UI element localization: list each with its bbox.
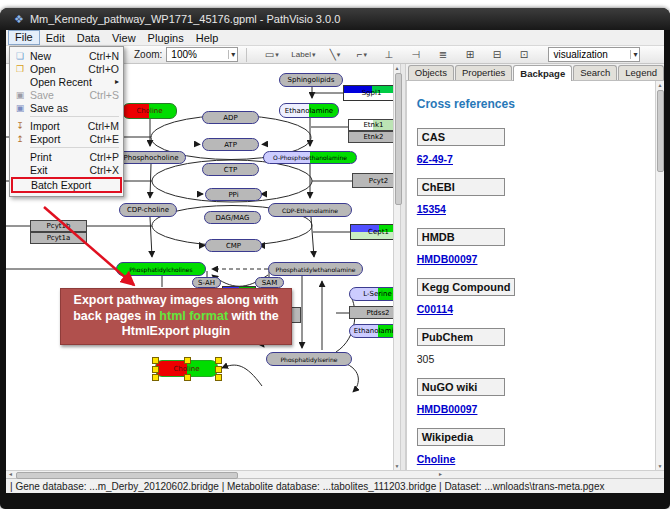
scroll-down-icon[interactable]: ▼ [656, 463, 664, 469]
pathway-node-cept1[interactable]: Cept1 [350, 224, 393, 240]
pathway-node-phosphocholine[interactable]: Phosphocholine [116, 151, 186, 164]
annotation-highlight: html format [159, 309, 228, 323]
pathway-node-cdp-choline[interactable]: CDP-choline [119, 203, 177, 217]
scroll-down-icon[interactable]: ▼ [394, 463, 400, 469]
scroll-up-icon[interactable]: ▲ [394, 65, 400, 71]
menu-item-label: Batch Export [31, 179, 108, 191]
selection-handle[interactable] [152, 357, 159, 364]
pathway-node-cdp-ethanolamine[interactable]: CDP-Ethanolamine [268, 203, 352, 217]
import-icon: ↧ [12, 121, 28, 131]
canvas-horizontal-scrollbar[interactable]: ◄ ► [6, 470, 445, 478]
zoom-combobox[interactable]: 100% ▾ [166, 47, 238, 62]
pathway-node-adp[interactable]: ADP [202, 111, 259, 124]
file-menu-item-batch-export[interactable]: Batch Export [11, 177, 122, 193]
pathway-node-ethanolamine[interactable]: Ethanolamine [279, 103, 339, 118]
title-bar[interactable]: ❖ Mm_Kennedy_pathway_WP1771_45176.gpml -… [0, 8, 670, 30]
pathway-node-etnk1[interactable]: Etnk1 [348, 119, 393, 131]
menu-help[interactable]: Help [190, 31, 225, 45]
pathway-node-sam[interactable]: SAM [255, 277, 284, 288]
selection-handle[interactable] [152, 366, 159, 373]
file-menu-item-import[interactable]: ↧ImportCtrl+M [10, 119, 123, 132]
tab-search[interactable]: Search [573, 65, 617, 80]
visualization-combobox[interactable]: visualization ▾ [548, 47, 640, 62]
submenu-arrow-icon: ▸ [115, 77, 119, 86]
selection-handle[interactable] [184, 357, 191, 364]
pathway-node-ptdss2[interactable]: Ptdss2 [349, 306, 393, 319]
menu-plugins[interactable]: Plugins [142, 31, 190, 45]
tab-legend[interactable]: Legend [618, 65, 664, 80]
file-menu-item-print[interactable]: PrintCtrl+P [10, 150, 123, 163]
menu-edit[interactable]: Edit [40, 31, 71, 45]
pathway-node-phosphatidylethanolamine[interactable]: Phosphatidylethanolamine [268, 262, 363, 276]
pathway-node-sgpl1[interactable]: Sgpl1 [343, 85, 393, 101]
tab-properties[interactable]: Properties [455, 65, 512, 80]
menu-data[interactable]: Data [71, 31, 106, 45]
file-menu-item-save[interactable]: ▣SaveCtrl+S [10, 88, 123, 101]
pathway-node-etnk2[interactable]: Etnk2 [348, 131, 393, 143]
pathway-node-l-serine[interactable]: L-Serine [349, 287, 393, 301]
line-tool-button[interactable]: ╲▾ [324, 46, 345, 63]
menu-file[interactable]: File [8, 30, 40, 45]
file-menu-item-open-recent[interactable]: Open Recent▸ [10, 75, 123, 88]
panel-vertical-scrollbar[interactable]: ▲ ▼ [655, 81, 664, 470]
stack-horizontal-button[interactable]: ⊡ [513, 46, 534, 63]
file-menu-item-export[interactable]: ↥ExportCtrl+E [10, 132, 123, 145]
xref-link-cas[interactable]: 62-49-7 [417, 153, 453, 165]
xref-header-hmdb: HMDB [417, 228, 505, 246]
open-folder-icon: ❐ [12, 64, 28, 74]
scroll-up-icon[interactable]: ▲ [656, 82, 664, 88]
file-menu-item-new[interactable]: ❏NewCtrl+N [10, 49, 123, 62]
pathway-node-pcyt1b[interactable]: Pcyt1b [30, 220, 87, 232]
menu-item-shortcut: Ctrl+P [90, 151, 119, 163]
selection-handle[interactable] [152, 374, 159, 381]
distribute-vertical-button[interactable]: ⊞ [459, 46, 480, 63]
pathway-node-dag-mag[interactable]: DAG/MAG [204, 211, 261, 224]
label-template-button[interactable]: Label▾ [288, 46, 318, 63]
pathway-node-cmp[interactable]: CMP [205, 239, 262, 252]
xref-link-chebi[interactable]: 15354 [417, 203, 446, 215]
selection-handle[interactable] [215, 374, 222, 381]
selection-handle[interactable] [215, 366, 222, 373]
pathway-node-ppi[interactable]: PPi [205, 188, 262, 201]
file-menu-item-open[interactable]: ❐OpenCtrl+O [10, 62, 123, 75]
tab-objects[interactable]: Objects [408, 65, 454, 80]
visualization-value: visualization [553, 49, 607, 60]
pathway-node-o-phosphoethanolamine[interactable]: O-Phosphoethanolamine [263, 151, 357, 164]
xref-link-wikipedia[interactable]: Choline [417, 453, 456, 465]
datanode-template-button[interactable]: ▭▾ [261, 46, 282, 63]
pathway-node-phosphatidylserine[interactable]: Phosphatidylserine [266, 352, 352, 366]
pathway-node-choline[interactable]: Choline [122, 103, 177, 119]
scrollbar-thumb[interactable] [657, 90, 664, 172]
pathway-node-sphingolipids[interactable]: Sphingolipids [279, 73, 343, 87]
stack-vertical-button[interactable]: ⊟ [486, 46, 507, 63]
selection-handle[interactable] [215, 357, 222, 364]
distribute-horizontal-button[interactable]: ≣ [432, 46, 453, 63]
align-center-x-button[interactable]: ⊥ [378, 46, 399, 63]
pathway-node-pcyt1a[interactable]: Pcyt1a [30, 232, 87, 244]
xref-link-nugo-wiki[interactable]: HMDB00097 [417, 403, 478, 415]
pathway-node-phosphatidylcholines[interactable]: Phosphatidylcholines [116, 262, 206, 276]
scrollbar-thumb[interactable] [395, 73, 402, 205]
scroll-right-icon[interactable]: ► [438, 471, 443, 478]
pathway-node-atp[interactable]: ATP [202, 138, 259, 151]
menu-view[interactable]: View [106, 31, 142, 45]
pathway-node-ctp[interactable]: CTP [202, 163, 259, 176]
stack-horizontal-button-icon: ⊡ [520, 49, 528, 60]
xref-value-kegg-compound: C00114 [417, 303, 655, 315]
scrollbar-thumb[interactable] [16, 472, 238, 479]
align-center-y-button[interactable]: ⊣ [405, 46, 426, 63]
pathway-node-s-ah[interactable]: S-AH [192, 277, 221, 288]
xref-link-hmdb[interactable]: HMDB00097 [417, 253, 478, 265]
chevron-down-icon: ▾ [312, 51, 316, 59]
connector-tool-button[interactable]: ⌐▾ [351, 46, 372, 63]
file-menu-item-exit[interactable]: ExitCtrl+X [10, 163, 123, 176]
tab-backpage[interactable]: Backpage [513, 65, 572, 81]
menu-item-label: Open [30, 63, 80, 75]
xref-link-kegg-compound[interactable]: C00114 [417, 303, 453, 315]
scroll-left-icon[interactable]: ◄ [8, 471, 13, 478]
canvas-vertical-scrollbar[interactable]: ▲ ▼ [393, 64, 400, 470]
file-menu-item-save-as[interactable]: ▣Save as [10, 101, 123, 114]
pathway-node-ethanolamine[interactable]: Ethanolamine [349, 324, 393, 338]
pathway-node-pcyt2[interactable]: Pcyt2 [352, 173, 393, 188]
selection-handle[interactable] [184, 374, 191, 381]
